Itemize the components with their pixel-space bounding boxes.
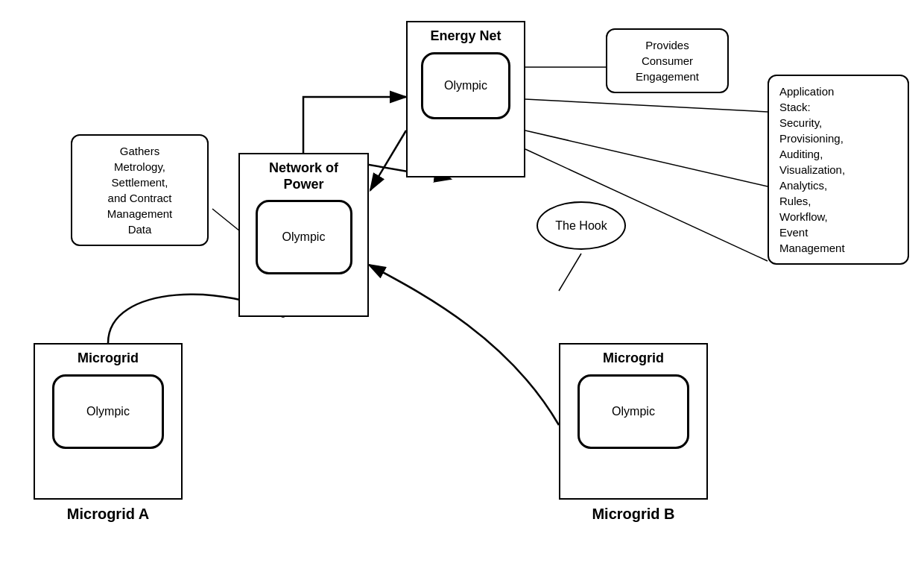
network-power-title: Network of Power [240, 154, 367, 195]
energy-net-inner: Olympic [421, 52, 510, 119]
svg-line-5 [525, 99, 768, 112]
network-power-inner: Olympic [256, 200, 352, 274]
microgrid-a-title: Microgrid [70, 345, 146, 370]
microgrid-a-inner-label: Olympic [77, 400, 139, 423]
microgrid-b-title: Microgrid [595, 345, 671, 370]
network-power-inner-label: Olympic [273, 226, 335, 248]
gathers-callout: GathersMetrology,Settlement,and Contract… [71, 134, 209, 246]
energy-net-title: Energy Net [423, 22, 508, 48]
app-stack-callout-text: ApplicationStack:Security,Provisioning,A… [779, 85, 845, 254]
svg-line-6 [525, 131, 768, 186]
microgrid-b-inner-label: Olympic [603, 400, 664, 423]
svg-line-3 [370, 131, 406, 190]
microgrid-b-inner: Olympic [578, 374, 689, 449]
diagram-container: Energy Net Olympic Network of Power Olym… [0, 0, 924, 566]
provides-callout-text: ProvidesConsumerEngagement [636, 39, 699, 83]
network-power-box: Network of Power Olympic [238, 153, 369, 317]
microgrid-b-box: Microgrid Olympic [559, 343, 708, 500]
energy-net-box: Energy Net Olympic [406, 21, 525, 177]
provides-callout: ProvidesConsumerEngagement [606, 28, 729, 93]
microgrid-b-label: Microgrid B [559, 506, 708, 523]
gathers-callout-text: GathersMetrology,Settlement,and Contract… [107, 145, 173, 236]
energy-net-inner-label: Olympic [435, 75, 496, 97]
microgrid-a-inner: Olympic [52, 374, 164, 449]
hook-bubble-text: The Hook [555, 219, 607, 233]
hook-bubble: The Hook [537, 201, 626, 250]
app-stack-callout: ApplicationStack:Security,Provisioning,A… [768, 75, 909, 265]
svg-line-9 [559, 254, 581, 291]
microgrid-a-box: Microgrid Olympic [34, 343, 183, 500]
svg-line-8 [212, 209, 240, 231]
microgrid-a-label: Microgrid A [34, 506, 183, 523]
